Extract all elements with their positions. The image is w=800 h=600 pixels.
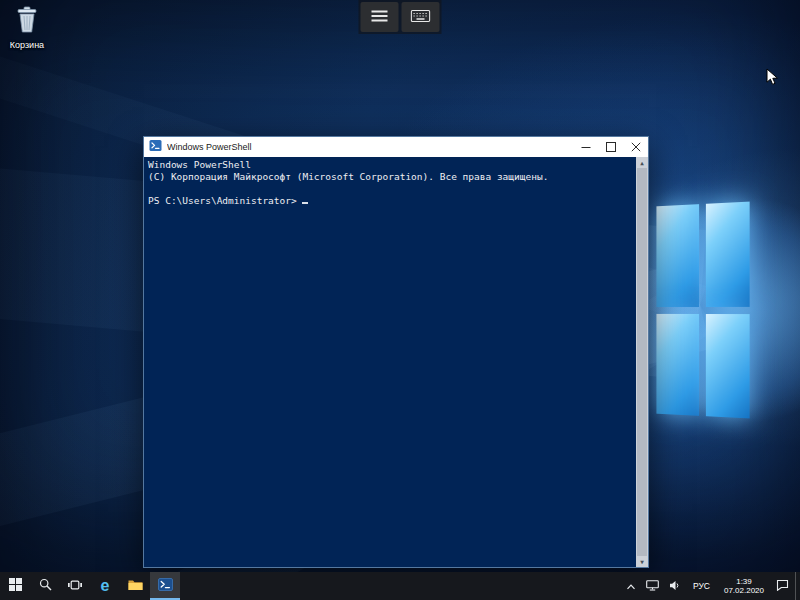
windows-logo-pane [705,202,749,307]
powershell-icon [158,578,173,594]
powershell-taskbar-button[interactable] [150,572,180,600]
console-line [148,183,632,195]
vm-menu-button[interactable] [361,2,399,32]
recycle-bin-icon [14,20,40,37]
scrollbar-thumb[interactable] [637,168,647,556]
window-titlebar[interactable]: Windows PowerShell [144,137,648,157]
volume-icon [669,579,681,594]
show-desktop-button[interactable] [795,572,800,600]
volume-button[interactable] [665,572,685,600]
console-line: (C) Корпорация Майкрософт (Microsoft Cor… [148,171,632,183]
file-explorer-button[interactable] [120,572,150,600]
hidden-icons-button[interactable] [622,572,640,600]
start-button[interactable] [0,572,30,600]
powershell-icon [149,138,162,156]
console-prompt: PS C:\Users\Administrator> [148,195,297,206]
clock-time: 1:39 [736,577,752,587]
search-button[interactable] [30,572,60,600]
close-icon [631,140,641,155]
console-line: Windows PowerShell [148,159,632,171]
maximize-button[interactable] [598,137,623,157]
action-center-button[interactable] [772,572,793,600]
action-center-icon [776,579,789,594]
maximize-icon [606,140,616,155]
search-icon [39,578,52,594]
recycle-bin-label: Корзина [2,40,52,50]
task-view-button[interactable] [60,572,90,600]
console-prompt-line: PS C:\Users\Administrator> [148,195,632,207]
recycle-bin[interactable]: Корзина [2,6,52,50]
powershell-window: Windows PowerShell [143,136,649,568]
windows-logo-pane [705,314,749,419]
language-indicator[interactable]: РУС [687,572,716,600]
folder-icon [128,579,143,594]
window-controls [573,137,648,157]
console-text: Windows PowerShell (C) Корпорация Майкро… [144,157,648,209]
taskbar: e [0,572,800,600]
text-cursor [302,195,308,204]
chevron-up-icon [626,579,636,594]
clock-date: 07.02.2020 [724,586,764,596]
vm-console-toolbar [359,0,442,34]
scroll-up-arrow[interactable]: ▲ [636,157,648,168]
task-view-icon [68,579,82,594]
hamburger-icon [371,9,389,26]
minimize-icon [581,140,591,155]
network-button[interactable] [642,572,663,600]
internet-explorer-icon: e [101,578,110,594]
vm-keyboard-button[interactable] [402,2,440,32]
windows-logo-pane [656,313,698,415]
close-button[interactable] [623,137,648,157]
console-output[interactable]: Windows PowerShell (C) Корпорация Майкро… [144,157,648,567]
windows-logo [656,202,749,419]
system-tray: РУС 1:39 07.02.2020 [622,572,800,600]
internet-explorer-button[interactable]: e [90,572,120,600]
network-icon [646,579,659,594]
windows-start-icon [9,578,22,594]
clock[interactable]: 1:39 07.02.2020 [718,572,770,600]
window-title: Windows PowerShell [167,142,568,152]
windows-logo-pane [656,204,698,306]
minimize-button[interactable] [573,137,598,157]
keyboard-icon [411,9,431,26]
scroll-down-arrow[interactable]: ▼ [636,556,648,567]
console-scrollbar[interactable]: ▲ ▼ [636,157,648,567]
